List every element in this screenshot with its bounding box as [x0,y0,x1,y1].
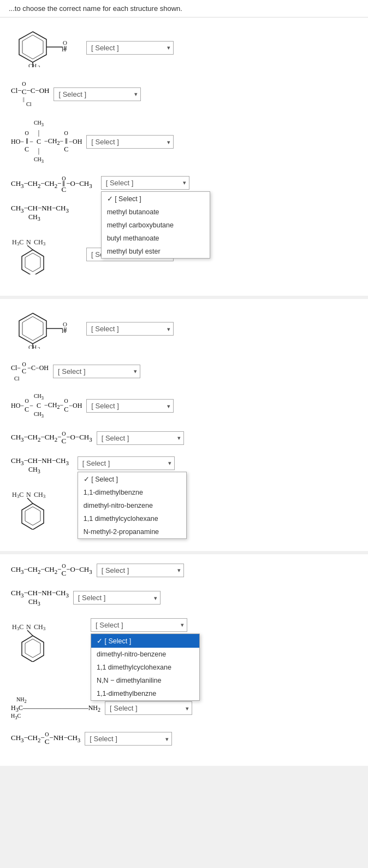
option-butyl-methanoate[interactable]: butyl methanoate [102,232,210,245]
section-2: O H CH 3 [ Select ] Cl− O C [0,299,368,551]
svg-text:N: N [26,491,31,498]
question-row-3: HO− O ‖ C − CH3 | C | CH3 −CH2− [11,119,357,165]
molecule-4b: CH3−CH2−CH2− O C −O−CH3 [11,431,92,445]
svg-marker-16 [19,313,46,344]
option-5b-1[interactable]: 1,1-dimethylbenzne [78,486,186,499]
select-5c[interactable]: [ Select ] [73,591,161,605]
select-4b[interactable]: [ Select ] [97,431,184,445]
svg-text:N: N [26,623,31,631]
molecule-4: CH3−CH2−CH2− O ‖ C −O−CH3 [11,176,92,193]
svg-line-29 [27,498,33,503]
svg-text:CH3: CH3 [34,623,46,631]
svg-text:3: 3 [38,64,40,67]
option-6c-1[interactable]: dimethyl-nitro-benzene [91,648,199,661]
select-wrapper-3[interactable]: [ Select ] [86,135,174,149]
dropdown-4: ✓ [ Select ] methyl butanoate methyl car… [101,191,210,259]
molecule-5: CH3−CH−NH−CH3 CH3 [11,204,69,222]
svg-marker-37 [25,639,40,658]
option-methyl-butyl-ester[interactable]: methyl butyl ester [102,245,210,258]
question-row-4: CH3−CH2−CH2− O ‖ C −O−CH3 [ Select ] met… [11,176,357,193]
svg-text:H: H [62,327,66,334]
molecule-2: Cl− O C ‖ −C−OH Cl [11,80,49,108]
option-5b-4[interactable]: N-methyl-2-propanamine [78,525,186,538]
molecule-8c: CH3−CH2− O C −NH−CH3 [11,731,80,746]
svg-text:O: O [63,321,67,327]
select-7c[interactable]: [ Select ] [105,701,192,715]
molecule-1: O H CH 3 [11,26,82,69]
select-5b[interactable]: [ Select ] 1,1-dimethylbenzne dimethyl-n… [78,456,175,470]
select-container-5b: [ Select ] 1,1-dimethylbenzne dimethyl-n… [73,456,175,470]
dropdown-6c: ✓ [ Select ] dimethyl-nitro-benzene 1,1 … [91,634,200,701]
option-5b-2[interactable]: dimethyl-nitro-benzene [78,499,186,512]
molecule-6: H3C N CH3 [11,233,82,276]
select-4[interactable]: [ Select ] methyl butanoate methyl carbo… [101,176,189,190]
svg-text:O: O [63,39,67,46]
molecule-1b: O H CH 3 [11,308,82,350]
select-wrapper-4[interactable]: [ Select ] methyl butanoate methyl carbo… [101,176,189,190]
select-wrapper-5c[interactable]: [ Select ] [73,591,161,605]
svg-text:N: N [26,238,31,246]
select-1[interactable]: [ Select ] [86,41,174,55]
molecule-6b: H3C N CH3 [11,486,82,531]
section-3: CH3−CH2−CH2− O C −O−CH3 [ Select ] CH3−C… [0,554,368,766]
svg-marker-0 [19,32,46,62]
select-4c[interactable]: [ Select ] [97,564,184,577]
svg-marker-15 [25,253,40,272]
molecule-7c: NH2 H3C——————————NH2 H3C [11,696,100,720]
option-5b-default[interactable]: ✓ [ Select ] [78,472,186,486]
option-methyl-carboxybutane[interactable]: methyl carboxybutane [102,219,210,232]
select-wrapper-6c[interactable]: [ Select ] dimethyl-nitro-benzene 1,1 di… [91,618,187,632]
option-5b-3[interactable]: 1,1 dimethylcyclohexane [78,512,186,525]
svg-text:CH: CH [28,62,37,67]
option-select-default[interactable]: ✓ [ Select ] [102,192,210,206]
select-wrapper-7c[interactable]: [ Select ] [105,701,192,715]
question-row-4c: CH3−CH2−CH2− O C −O−CH3 [ Select ] [11,563,357,578]
question-row-3b: HO− O C − CH3 C CH3 −CH2− O C [11,392,357,420]
molecule-4c: CH3−CH2−CH2− O C −O−CH3 [11,563,92,578]
select-wrapper-5b[interactable]: [ Select ] 1,1-dimethylbenzne dimethyl-n… [78,456,175,470]
select-container-4: [ Select ] methyl butanoate methyl carbo… [97,176,189,190]
select-3b[interactable]: [ Select ] [86,399,174,413]
question-row-6c: H3C N CH3 [ Select ] dimethyl-nitro-benz… [11,618,357,664]
dropdown-5b: ✓ [ Select ] 1,1-dimethylbenzne dimethyl… [78,472,187,539]
section-1: O H CH 3 [ Select ] Cl− O C ‖ [0,17,368,296]
select-2[interactable]: [ Select ] [54,87,141,101]
question-row-8c: CH3−CH2− O C −NH−CH3 [ Select ] [11,731,357,746]
question-row-1b: O H CH 3 [ Select ] [11,308,357,350]
select-1b[interactable]: [ Select ] [86,322,174,336]
select-wrapper-3b[interactable]: [ Select ] [86,399,174,413]
molecule-3: HO− O ‖ C − CH3 | C | CH3 −CH2− [11,119,82,165]
svg-text:3: 3 [38,346,40,349]
select-container-6c: [ Select ] dimethyl-nitro-benzene 1,1 di… [86,618,187,632]
select-wrapper-2b[interactable]: [ Select ] [53,365,140,378]
question-row-5c: CH3−CH−NH−CH3 CH3 [ Select ] [11,589,357,607]
select-wrapper-4c[interactable]: [ Select ] [97,564,184,577]
select-6c[interactable]: [ Select ] dimethyl-nitro-benzene 1,1 di… [91,618,187,632]
question-row-1: O H CH 3 [ Select ] [11,26,357,69]
select-8c[interactable]: [ Select ] [85,732,172,746]
select-wrapper-8c[interactable]: [ Select ] [85,732,172,746]
select-2b[interactable]: [ Select ] [53,365,140,378]
svg-text:H: H [62,46,66,52]
svg-line-35 [27,630,33,636]
select-wrapper-4b[interactable]: [ Select ] [97,431,184,445]
option-6c-2[interactable]: 1,1 dimethylcyclohexane [91,661,199,674]
question-row-4b: CH3−CH2−CH2− O C −O−CH3 [ Select ] [11,431,357,445]
select-wrapper-1[interactable]: [ Select ] [86,41,174,55]
molecule-5b: CH3−CH−NH−CH3 CH3 [11,456,69,475]
option-methyl-butanoate[interactable]: methyl butanoate [102,206,210,219]
page-header: ...to choose the correct name for each s… [0,0,368,17]
option-6c-4[interactable]: 1,1-dimethylbenzne [91,687,199,700]
svg-marker-17 [22,316,43,341]
select-wrapper-2[interactable]: [ Select ] [54,87,141,101]
svg-marker-1 [22,35,43,59]
svg-marker-31 [25,507,40,525]
svg-text:CH3: CH3 [34,491,46,499]
question-row-2b: Cl− O C −C−OH Cl [ Select ] [11,361,357,382]
select-wrapper-1b[interactable]: [ Select ] [86,322,174,336]
svg-text:H3C: H3C [12,238,23,247]
option-6c-default[interactable]: ✓ [ Select ] [91,634,199,648]
option-6c-3[interactable]: N,N − dimethylaniline [91,674,199,687]
molecule-3b: HO− O C − CH3 C CH3 −CH2− O C [11,392,82,420]
select-3[interactable]: [ Select ] [86,135,174,149]
